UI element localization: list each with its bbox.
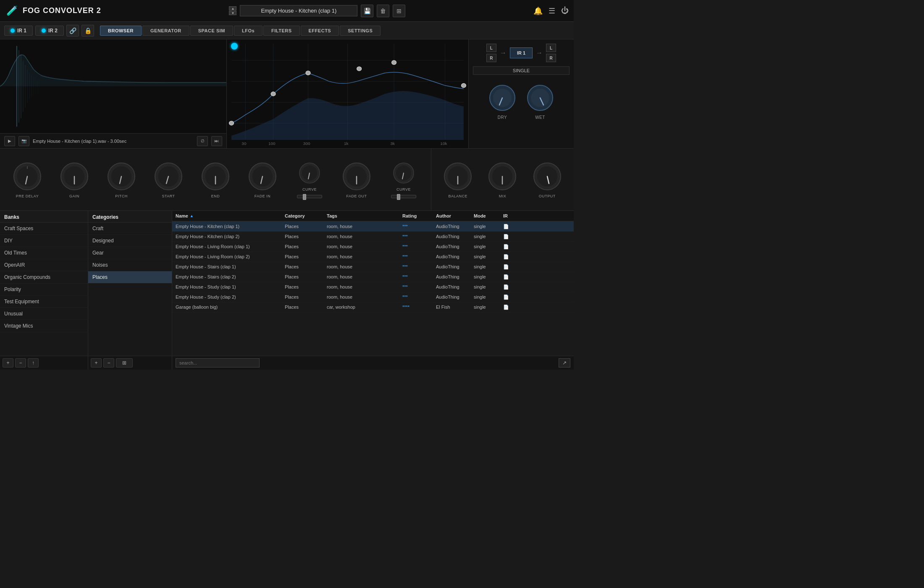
- lock-button[interactable]: 🔒: [81, 25, 94, 37]
- col-header-ir[interactable]: IR: [500, 213, 517, 218]
- output-lr: L R: [546, 44, 556, 62]
- td-ir: 📄: [500, 294, 517, 300]
- fade-out-curve-knob[interactable]: [392, 161, 415, 185]
- td-mode: single: [470, 304, 500, 310]
- bank-item[interactable]: DIY: [0, 235, 88, 247]
- table-row[interactable]: Empty House - Study (clap 2) Places room…: [172, 292, 574, 302]
- banks-remove-button[interactable]: −: [15, 358, 26, 368]
- fade-out-knob[interactable]: [341, 161, 372, 192]
- camera-button[interactable]: 📷: [18, 136, 29, 146]
- category-item[interactable]: Craft: [88, 223, 172, 235]
- tab-effects[interactable]: EFFECTS: [301, 26, 339, 36]
- wet-knob[interactable]: [525, 83, 555, 113]
- category-item[interactable]: Noises: [88, 259, 172, 271]
- tab-filters[interactable]: FILTERS: [263, 26, 300, 36]
- category-item[interactable]: Designed: [88, 235, 172, 247]
- balance-knob[interactable]: [443, 161, 473, 192]
- fade-in-knob[interactable]: [247, 161, 278, 192]
- save-preset-button[interactable]: 💾: [361, 5, 373, 17]
- bell-icon[interactable]: 🔔: [533, 6, 543, 16]
- delete-preset-button[interactable]: 🗑: [377, 5, 389, 17]
- td-author: AudioThing: [433, 224, 470, 229]
- fade-in-curve-slider[interactable]: [297, 195, 322, 198]
- col-header-tags[interactable]: Tags: [323, 213, 399, 218]
- table-row[interactable]: Empty House - Kitchen (clap 1) Places ro…: [172, 222, 574, 232]
- categories-remove-button[interactable]: −: [103, 358, 114, 368]
- output-knob[interactable]: [532, 161, 562, 192]
- null-button[interactable]: ∅: [197, 136, 208, 146]
- category-item[interactable]: Places: [88, 271, 172, 284]
- fade-in-label: FADE IN: [255, 194, 271, 198]
- fade-out-curve-slider[interactable]: [391, 195, 416, 198]
- dry-knob[interactable]: [488, 83, 517, 113]
- col-header-rating[interactable]: Rating: [399, 213, 433, 218]
- bank-item[interactable]: Polarity: [0, 284, 88, 296]
- preset-up-button[interactable]: ▲: [229, 6, 236, 10]
- bank-item[interactable]: OpenAIR: [0, 259, 88, 271]
- tab-spacesim[interactable]: SPACE SIM: [190, 26, 233, 36]
- link-button[interactable]: 🔗: [66, 25, 79, 37]
- td-ir: 📄: [500, 284, 517, 290]
- ir1-label: IR 1: [17, 28, 26, 34]
- eq-power-button[interactable]: [231, 43, 238, 50]
- browser-table: Name ▲ Category Tags Rating Author Mode …: [172, 211, 574, 356]
- col-header-category[interactable]: Category: [281, 213, 323, 218]
- td-tags: room, house: [323, 224, 399, 229]
- bank-item[interactable]: Test Equipment: [0, 296, 88, 308]
- col-header-mode[interactable]: Mode: [470, 213, 500, 218]
- td-author: AudioThing: [433, 294, 470, 300]
- menu-icon[interactable]: ☰: [549, 6, 555, 16]
- mix-knob[interactable]: [487, 161, 517, 192]
- ir1-button[interactable]: IR 1: [4, 26, 33, 36]
- ir2-button[interactable]: IR 2: [35, 26, 64, 36]
- table-row[interactable]: Empty House - Living Room (clap 1) Place…: [172, 242, 574, 252]
- banks-add-button[interactable]: +: [3, 358, 13, 368]
- bank-item[interactable]: Craft Spaces: [0, 223, 88, 235]
- tab-browser[interactable]: BROWSER: [100, 26, 142, 36]
- pre-delay-knob[interactable]: [12, 161, 42, 192]
- tab-lfos[interactable]: LFOs: [234, 26, 262, 36]
- bank-item[interactable]: Vintage Mics: [0, 320, 88, 332]
- td-mode: single: [470, 284, 500, 290]
- table-row[interactable]: Empty House - Living Room (clap 2) Place…: [172, 252, 574, 262]
- header: 🧪 FOG CONVOLVER 2 ▲ ▼ Empty House - Kitc…: [0, 0, 574, 22]
- table-row[interactable]: Garage (balloon big) Places car, worksho…: [172, 302, 574, 312]
- input-r-label: R: [486, 54, 496, 62]
- table-row[interactable]: Empty House - Stairs (clap 1) Places roo…: [172, 262, 574, 272]
- table-header: Name ▲ Category Tags Rating Author Mode …: [172, 211, 574, 222]
- start-knob-group: START: [145, 161, 192, 198]
- power-icon[interactable]: ⏻: [561, 6, 569, 15]
- fade-in-curve-knob[interactable]: [298, 161, 321, 185]
- tab-generator[interactable]: GENERATOR: [142, 26, 189, 36]
- forward-button[interactable]: ⏭: [211, 136, 222, 146]
- grid-button[interactable]: ⊞: [393, 5, 405, 17]
- table-row[interactable]: Empty House - Study (clap 1) Places room…: [172, 282, 574, 292]
- preset-arrows[interactable]: ▲ ▼: [229, 6, 236, 15]
- bank-item[interactable]: Organic Compounds: [0, 271, 88, 284]
- categories-resize-button[interactable]: ⊞: [116, 358, 133, 368]
- bank-item[interactable]: Old Times: [0, 247, 88, 259]
- search-input[interactable]: [176, 358, 260, 368]
- table-row[interactable]: Empty House - Kitchen (clap 2) Places ro…: [172, 232, 574, 242]
- play-button[interactable]: ▶: [4, 136, 15, 146]
- preset-down-button[interactable]: ▼: [229, 11, 236, 15]
- end-knob[interactable]: [200, 161, 231, 192]
- tab-settings[interactable]: SETTINGS: [340, 26, 381, 36]
- col-header-author[interactable]: Author: [433, 213, 470, 218]
- table-row[interactable]: Empty House - Stairs (clap 2) Places roo…: [172, 272, 574, 282]
- td-author: AudioThing: [433, 264, 470, 270]
- ir-routing-box: IR 1: [510, 47, 533, 58]
- categories-add-button[interactable]: +: [91, 358, 102, 368]
- category-item[interactable]: Gear: [88, 247, 172, 259]
- start-knob[interactable]: [153, 161, 184, 192]
- svg-text:1k: 1k: [344, 142, 349, 146]
- td-mode: single: [470, 244, 500, 249]
- expand-button[interactable]: ↗: [559, 358, 570, 368]
- bank-item[interactable]: Unusual: [0, 308, 88, 320]
- pitch-knob[interactable]: [106, 161, 136, 192]
- gain-knob[interactable]: [59, 161, 89, 192]
- col-header-name[interactable]: Name ▲: [172, 213, 281, 218]
- gain-knob-group: GAIN: [51, 161, 97, 198]
- categories-list: CraftDesignedGearNoisesPlaces: [88, 223, 172, 356]
- banks-export-button[interactable]: ↑: [28, 358, 39, 368]
